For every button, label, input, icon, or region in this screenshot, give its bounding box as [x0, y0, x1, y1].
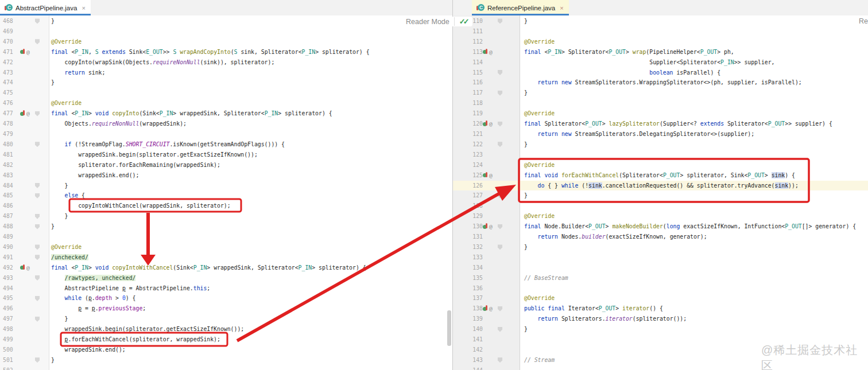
code-line[interactable]: 129@Override: [453, 211, 868, 221]
code-editor-right[interactable]: 110}111112@Override113@final <P_IN> Spli…: [453, 15, 868, 370]
fold-marker[interactable]: [498, 190, 506, 201]
code-line[interactable]: 133: [453, 252, 868, 263]
double-check-icon[interactable]: ✓✓: [459, 17, 470, 26]
code-line[interactable]: 492@final <P_IN> void copyIntoWithCancel…: [0, 263, 452, 273]
line-number[interactable]: 130: [453, 221, 483, 232]
line-number[interactable]: 139: [453, 314, 483, 324]
line-number[interactable]: 140: [453, 324, 483, 334]
fold-marker[interactable]: [35, 37, 43, 47]
code-line[interactable]: 131 return Nodes.builder(exactSizeIfKnow…: [453, 232, 868, 242]
code-line[interactable]: 470@Override: [0, 37, 452, 47]
fold-marker[interactable]: [498, 221, 506, 232]
line-number[interactable]: 492: [0, 263, 20, 273]
line-number[interactable]: 122: [453, 139, 483, 150]
line-number[interactable]: 116: [453, 77, 483, 88]
fold-marker[interactable]: [35, 242, 43, 252]
code-line[interactable]: 473 return sink;: [0, 68, 452, 78]
code-line[interactable]: 130@final Node.Builder<P_OUT> makeNodeBu…: [453, 221, 868, 232]
line-number[interactable]: 138: [453, 303, 483, 314]
code-line[interactable]: 476@Override: [0, 98, 452, 108]
override-gutter-icon[interactable]: @: [483, 47, 498, 57]
scrollbar-thumb[interactable]: [447, 310, 451, 346]
line-number[interactable]: 484: [0, 181, 20, 191]
line-number[interactable]: 113: [453, 47, 483, 57]
code-line[interactable]: 139 return Spliterators.iterator(spliter…: [453, 314, 868, 324]
code-line[interactable]: 493 /rawtypes, unchecked/: [0, 273, 452, 283]
fold-marker[interactable]: [498, 355, 506, 365]
line-number[interactable]: 487: [0, 211, 20, 221]
line-number[interactable]: 483: [0, 170, 20, 181]
code-line[interactable]: 485 else {: [0, 190, 452, 201]
code-line[interactable]: 496 p = p.previousStage;: [0, 303, 452, 314]
code-line[interactable]: 490@Override: [0, 242, 452, 252]
code-line[interactable]: 481 wrappedSink.begin(spliterator.getExa…: [0, 150, 452, 160]
code-line[interactable]: 128: [453, 201, 868, 211]
line-number[interactable]: 141: [453, 334, 483, 345]
code-line[interactable]: 480 if (!StreamOpFlag.SHORT_CIRCUIT.isKn…: [0, 139, 452, 150]
line-number[interactable]: 480: [0, 139, 20, 150]
line-number[interactable]: 470: [0, 37, 20, 47]
reader-mode-toggle[interactable]: Reader Mode ✓✓: [402, 17, 472, 26]
line-number[interactable]: 123: [453, 150, 483, 160]
line-number[interactable]: 127: [453, 190, 483, 201]
code-line[interactable]: 121 return new StreamSpliterators.Delega…: [453, 129, 868, 139]
code-line[interactable]: 114 Supplier<Spliterator<P_IN>> supplier…: [453, 57, 868, 68]
code-line[interactable]: 489: [0, 232, 452, 242]
override-gutter-icon[interactable]: @: [20, 108, 35, 119]
code-line[interactable]: 486 copyIntoWithCancel(wrappedSink, spli…: [0, 201, 452, 211]
code-line[interactable]: 477@final <P_IN> void copyInto(Sink<P_IN…: [0, 108, 452, 119]
line-number[interactable]: 471: [0, 47, 20, 57]
line-number[interactable]: 134: [453, 263, 483, 273]
code-line[interactable]: 479: [0, 129, 452, 139]
line-number[interactable]: 144: [453, 365, 483, 370]
line-number[interactable]: 479: [0, 129, 20, 139]
fold-marker[interactable]: [498, 242, 506, 252]
code-line[interactable]: 119@Override: [453, 108, 868, 119]
code-line[interactable]: 135// BaseStream: [453, 273, 868, 283]
fold-marker[interactable]: [35, 139, 43, 150]
fold-marker[interactable]: [498, 16, 506, 26]
fold-marker[interactable]: [35, 252, 43, 263]
code-line[interactable]: 475: [0, 88, 452, 98]
code-line[interactable]: 495 while (p.depth > 0) {: [0, 293, 452, 303]
fold-marker[interactable]: [35, 108, 43, 119]
line-number[interactable]: 490: [0, 242, 20, 252]
line-number[interactable]: 473: [0, 68, 20, 78]
code-line[interactable]: 498 wrappedSink.begin(spliterator.getExa…: [0, 324, 452, 334]
code-line[interactable]: 501}: [0, 355, 452, 365]
code-line[interactable]: 469: [0, 26, 452, 37]
code-line[interactable]: 124@Override: [453, 160, 868, 170]
line-number[interactable]: 124: [453, 160, 483, 170]
code-line[interactable]: 120@final Spliterator<P_OUT> lazySpliter…: [453, 119, 868, 129]
code-line[interactable]: 500 wrappedSink.end();: [0, 345, 452, 355]
line-number[interactable]: 478: [0, 119, 20, 129]
override-gutter-icon[interactable]: @: [483, 170, 498, 181]
line-number[interactable]: 125: [453, 170, 483, 181]
code-line[interactable]: 499 p.forEachWithCancel(spliterator, wra…: [0, 334, 452, 345]
line-number[interactable]: 469: [0, 26, 20, 37]
code-line[interactable]: 138@public final Iterator<P_OUT> iterato…: [453, 303, 868, 314]
code-editor-left[interactable]: 468}469470@Override471@final <P_IN, S ex…: [0, 15, 452, 370]
code-line[interactable]: 468}: [0, 16, 452, 26]
line-number[interactable]: 128: [453, 201, 483, 211]
override-gutter-icon[interactable]: @: [483, 221, 498, 232]
line-number[interactable]: 143: [453, 355, 483, 365]
code-line[interactable]: 474}: [0, 77, 452, 88]
line-number[interactable]: 129: [453, 211, 483, 221]
line-number[interactable]: 475: [0, 88, 20, 98]
code-line[interactable]: 116 return new StreamSpliterators.Wrappi…: [453, 77, 868, 88]
line-number[interactable]: 474: [0, 77, 20, 88]
line-number[interactable]: 120: [453, 119, 483, 129]
code-line[interactable]: 137@Override: [453, 293, 868, 303]
line-number[interactable]: 468: [0, 16, 20, 26]
line-number[interactable]: 496: [0, 303, 20, 314]
line-number[interactable]: 133: [453, 252, 483, 263]
fold-marker[interactable]: [498, 68, 506, 78]
code-line[interactable]: 484 }: [0, 181, 452, 191]
line-number[interactable]: 495: [0, 293, 20, 303]
line-number[interactable]: 481: [0, 150, 20, 160]
override-gutter-icon[interactable]: @: [483, 119, 498, 129]
line-number[interactable]: 498: [0, 324, 20, 334]
line-number[interactable]: 135: [453, 273, 483, 283]
code-line[interactable]: 482 spliterator.forEachRemaining(wrapped…: [0, 160, 452, 170]
